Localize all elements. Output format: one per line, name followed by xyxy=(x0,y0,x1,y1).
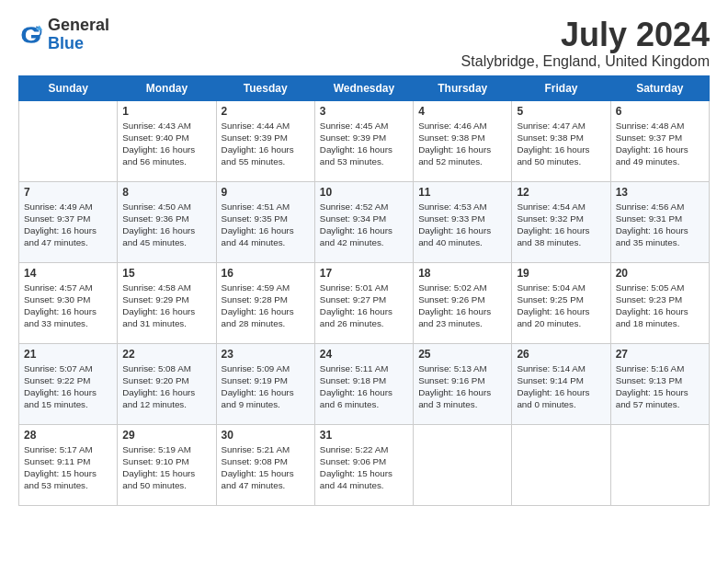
day-info: Sunrise: 5:08 AMSunset: 9:20 PMDaylight:… xyxy=(122,362,210,411)
calendar-cell: 8Sunrise: 4:50 AMSunset: 9:36 PMDaylight… xyxy=(118,181,216,262)
day-info: Sunrise: 4:52 AMSunset: 9:34 PMDaylight:… xyxy=(320,201,408,249)
calendar-cell xyxy=(19,100,118,181)
day-number: 20 xyxy=(616,267,704,280)
header: General Blue July 2024 Stalybridge, Engl… xyxy=(18,17,710,70)
calendar-week-row: 7Sunrise: 4:49 AMSunset: 9:37 PMDaylight… xyxy=(19,181,710,262)
day-number: 5 xyxy=(517,105,605,118)
logo-general: General xyxy=(48,16,109,34)
month-title: July 2024 xyxy=(461,17,710,53)
day-info: Sunrise: 5:19 AMSunset: 9:10 PMDaylight:… xyxy=(122,443,210,492)
calendar-cell: 1Sunrise: 4:43 AMSunset: 9:40 PMDaylight… xyxy=(118,100,216,181)
day-number: 25 xyxy=(418,348,506,361)
day-number: 30 xyxy=(222,429,310,442)
calendar-cell: 31Sunrise: 5:22 AMSunset: 9:06 PMDayligh… xyxy=(314,424,413,505)
day-info: Sunrise: 4:43 AMSunset: 9:40 PMDaylight:… xyxy=(122,120,210,168)
weekday-header: Tuesday xyxy=(216,75,314,100)
day-number: 19 xyxy=(517,267,605,280)
day-number: 15 xyxy=(122,267,210,280)
calendar-cell: 24Sunrise: 5:11 AMSunset: 9:18 PMDayligh… xyxy=(314,343,413,424)
logo: General Blue xyxy=(18,17,109,53)
calendar-cell xyxy=(610,424,709,505)
weekday-header: Thursday xyxy=(414,75,512,100)
day-info: Sunrise: 5:01 AMSunset: 9:27 PMDaylight:… xyxy=(320,282,408,330)
weekday-header: Wednesday xyxy=(314,75,413,100)
day-info: Sunrise: 5:07 AMSunset: 9:22 PMDaylight:… xyxy=(24,362,112,411)
calendar-cell: 12Sunrise: 4:54 AMSunset: 9:32 PMDayligh… xyxy=(512,181,610,262)
calendar-cell: 27Sunrise: 5:16 AMSunset: 9:13 PMDayligh… xyxy=(610,343,709,424)
calendar-cell: 4Sunrise: 4:46 AMSunset: 9:38 PMDaylight… xyxy=(414,100,512,181)
calendar-week-row: 14Sunrise: 4:57 AMSunset: 9:30 PMDayligh… xyxy=(19,262,710,343)
day-info: Sunrise: 5:17 AMSunset: 9:11 PMDaylight:… xyxy=(24,443,112,492)
calendar-cell: 7Sunrise: 4:49 AMSunset: 9:37 PMDaylight… xyxy=(19,181,118,262)
calendar-cell: 10Sunrise: 4:52 AMSunset: 9:34 PMDayligh… xyxy=(314,181,413,262)
day-number: 14 xyxy=(24,267,112,280)
weekday-header: Friday xyxy=(512,75,610,100)
day-info: Sunrise: 4:45 AMSunset: 9:39 PMDaylight:… xyxy=(320,120,408,168)
day-info: Sunrise: 5:13 AMSunset: 9:16 PMDaylight:… xyxy=(418,362,506,411)
calendar-cell: 29Sunrise: 5:19 AMSunset: 9:10 PMDayligh… xyxy=(118,424,216,505)
calendar-cell: 28Sunrise: 5:17 AMSunset: 9:11 PMDayligh… xyxy=(19,424,118,505)
calendar-cell: 30Sunrise: 5:21 AMSunset: 9:08 PMDayligh… xyxy=(216,424,314,505)
calendar-table: SundayMondayTuesdayWednesdayThursdayFrid… xyxy=(18,75,710,506)
day-number: 28 xyxy=(24,429,112,442)
page: General Blue July 2024 Stalybridge, Engl… xyxy=(0,0,728,515)
day-info: Sunrise: 4:48 AMSunset: 9:37 PMDaylight:… xyxy=(616,120,704,168)
day-number: 27 xyxy=(616,348,704,361)
calendar-cell: 17Sunrise: 5:01 AMSunset: 9:27 PMDayligh… xyxy=(314,262,413,343)
day-number: 2 xyxy=(222,105,310,118)
day-number: 16 xyxy=(222,267,310,280)
calendar-cell: 26Sunrise: 5:14 AMSunset: 9:14 PMDayligh… xyxy=(512,343,610,424)
weekday-header: Monday xyxy=(118,75,216,100)
calendar-cell: 14Sunrise: 4:57 AMSunset: 9:30 PMDayligh… xyxy=(19,262,118,343)
calendar-cell: 2Sunrise: 4:44 AMSunset: 9:39 PMDaylight… xyxy=(216,100,314,181)
calendar-cell: 25Sunrise: 5:13 AMSunset: 9:16 PMDayligh… xyxy=(414,343,512,424)
day-number: 24 xyxy=(320,348,408,361)
day-number: 10 xyxy=(320,186,408,199)
day-info: Sunrise: 4:57 AMSunset: 9:30 PMDaylight:… xyxy=(24,282,112,330)
day-number: 22 xyxy=(122,348,210,361)
day-number: 6 xyxy=(616,105,704,118)
day-info: Sunrise: 4:44 AMSunset: 9:39 PMDaylight:… xyxy=(222,120,310,168)
day-number: 11 xyxy=(418,186,506,199)
calendar-cell: 22Sunrise: 5:08 AMSunset: 9:20 PMDayligh… xyxy=(118,343,216,424)
day-number: 26 xyxy=(517,348,605,361)
day-number: 31 xyxy=(320,429,408,442)
day-info: Sunrise: 4:53 AMSunset: 9:33 PMDaylight:… xyxy=(418,201,506,249)
calendar-cell xyxy=(414,424,512,505)
day-number: 21 xyxy=(24,348,112,361)
logo-blue: Blue xyxy=(48,34,84,52)
day-info: Sunrise: 5:11 AMSunset: 9:18 PMDaylight:… xyxy=(320,362,408,411)
day-number: 8 xyxy=(122,186,210,199)
day-info: Sunrise: 4:58 AMSunset: 9:29 PMDaylight:… xyxy=(122,282,210,330)
calendar-week-row: 21Sunrise: 5:07 AMSunset: 9:22 PMDayligh… xyxy=(19,343,710,424)
calendar-cell: 9Sunrise: 4:51 AMSunset: 9:35 PMDaylight… xyxy=(216,181,314,262)
day-info: Sunrise: 5:04 AMSunset: 9:25 PMDaylight:… xyxy=(517,282,605,330)
calendar-week-row: 28Sunrise: 5:17 AMSunset: 9:11 PMDayligh… xyxy=(19,424,710,505)
day-number: 1 xyxy=(122,105,210,118)
day-number: 9 xyxy=(222,186,310,199)
day-number: 23 xyxy=(222,348,310,361)
calendar-cell: 15Sunrise: 4:58 AMSunset: 9:29 PMDayligh… xyxy=(118,262,216,343)
logo-text: General Blue xyxy=(48,17,109,53)
day-number: 18 xyxy=(418,267,506,280)
calendar-week-row: 1Sunrise: 4:43 AMSunset: 9:40 PMDaylight… xyxy=(19,100,710,181)
day-info: Sunrise: 5:05 AMSunset: 9:23 PMDaylight:… xyxy=(616,282,704,330)
day-number: 7 xyxy=(24,186,112,199)
day-info: Sunrise: 4:59 AMSunset: 9:28 PMDaylight:… xyxy=(222,282,310,330)
weekday-header: Sunday xyxy=(19,75,118,100)
day-info: Sunrise: 4:49 AMSunset: 9:37 PMDaylight:… xyxy=(24,201,112,249)
day-info: Sunrise: 4:54 AMSunset: 9:32 PMDaylight:… xyxy=(517,201,605,249)
title-block: July 2024 Stalybridge, England, United K… xyxy=(461,17,710,70)
day-info: Sunrise: 5:16 AMSunset: 9:13 PMDaylight:… xyxy=(616,362,704,411)
calendar-cell: 5Sunrise: 4:47 AMSunset: 9:38 PMDaylight… xyxy=(512,100,610,181)
calendar-cell: 3Sunrise: 4:45 AMSunset: 9:39 PMDaylight… xyxy=(314,100,413,181)
logo-icon xyxy=(18,22,44,48)
day-info: Sunrise: 5:09 AMSunset: 9:19 PMDaylight:… xyxy=(222,362,310,411)
calendar-cell: 23Sunrise: 5:09 AMSunset: 9:19 PMDayligh… xyxy=(216,343,314,424)
location-subtitle: Stalybridge, England, United Kingdom xyxy=(461,53,710,70)
day-number: 29 xyxy=(122,429,210,442)
day-number: 13 xyxy=(616,186,704,199)
day-info: Sunrise: 4:46 AMSunset: 9:38 PMDaylight:… xyxy=(418,120,506,168)
calendar-cell: 13Sunrise: 4:56 AMSunset: 9:31 PMDayligh… xyxy=(610,181,709,262)
day-info: Sunrise: 4:51 AMSunset: 9:35 PMDaylight:… xyxy=(222,201,310,249)
